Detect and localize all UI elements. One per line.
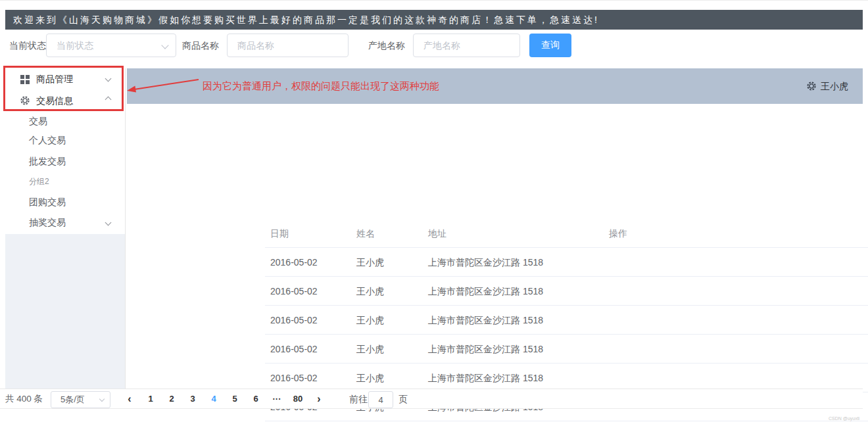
page-size-value: 5条/页	[60, 394, 85, 404]
chevron-down-icon	[161, 41, 168, 49]
sidebar-subitem-lottery-trade[interactable]: 抽奖交易	[5, 212, 125, 233]
origin-name-input[interactable]	[413, 34, 520, 57]
cell-address: 上海市普陀区金沙江路 1518	[428, 421, 543, 424]
total-count: 共 400 条	[5, 389, 43, 409]
cell-address: 上海市普陀区金沙江路 1518	[428, 248, 543, 277]
cell-address: 上海市普陀区金沙江路 1518	[428, 335, 543, 364]
status-label: 当前状态	[9, 34, 46, 57]
sidebar-subitem-label: 交易	[5, 111, 125, 131]
cell-date: 2016-05-02	[270, 335, 318, 364]
col-header-date: 日期	[270, 219, 289, 248]
next-page-button[interactable]: ›	[310, 390, 328, 408]
sidebar-group-label: 分组2	[5, 172, 125, 192]
product-name-input[interactable]	[227, 34, 349, 57]
col-header-actions: 操作	[609, 219, 627, 248]
page-number[interactable]: ···	[268, 390, 286, 408]
page-list: 1 2 3 4 5 6 ··· 80	[140, 390, 308, 408]
cell-date: 2016-05-02	[270, 248, 318, 277]
prev-page-button[interactable]: ‹	[120, 390, 139, 408]
product-name-label: 商品名称	[182, 34, 219, 57]
grid-menu-icon	[20, 74, 30, 85]
cell-date: 2016-05-02	[270, 421, 318, 424]
status-select-placeholder: 当前状态	[57, 34, 156, 57]
page-number[interactable]: 5	[226, 390, 244, 408]
gear-icon	[20, 95, 30, 106]
col-header-name: 姓名	[356, 219, 375, 248]
pager: ‹ 1 2 3 4 5 6 ··· 80	[119, 389, 329, 409]
status-select[interactable]: 当前状态	[46, 34, 176, 57]
page-size-select[interactable]: 5条/页	[51, 391, 110, 408]
page-number[interactable]: 1	[141, 390, 160, 408]
page-number[interactable]: 80	[289, 390, 307, 408]
sidebar-subitem-personal-trade[interactable]: 个人交易	[5, 130, 125, 151]
cell-date: 2016-05-02	[270, 306, 318, 335]
table-row: 2016-05-02 王小虎 上海市普陀区金沙江路 1518	[265, 306, 868, 335]
bottom-divider	[0, 408, 863, 409]
sidebar-item-product-management[interactable]: 商品管理	[5, 68, 125, 90]
col-header-address: 地址	[428, 219, 446, 248]
main-content: 日期 姓名 地址 操作 2016-05-02 王小虎 上海市普陀区金沙江路 15…	[127, 104, 863, 389]
chevron-down-icon	[99, 396, 105, 402]
cell-address: 上海市普陀区金沙江路 1518	[428, 306, 543, 335]
table-row: 2016-05-02 王小虎 上海市普陀区金沙江路 1518	[265, 248, 868, 277]
page-number[interactable]: 3	[183, 390, 202, 408]
cell-name: 王小虎	[356, 277, 384, 306]
cell-name: 王小虎	[356, 335, 384, 364]
page-unit-label: 页	[398, 389, 408, 409]
cell-date: 2016-05-02	[270, 277, 318, 306]
cell-name: 王小虎	[356, 421, 384, 424]
sidebar-subitem-group-buy-trade[interactable]: 团购交易	[5, 192, 125, 212]
sidebar-subitem-trade[interactable]: 交易	[5, 111, 125, 131]
sidebar-subitem-label: 团购交易	[5, 192, 125, 212]
page-number[interactable]: 2	[162, 390, 181, 408]
cell-name: 王小虎	[356, 306, 384, 335]
sidebar-subitem-label: 个人交易	[5, 130, 125, 151]
origin-name-label: 产地名称	[368, 34, 405, 57]
sidebar-item-label: 交易信息	[36, 90, 73, 111]
page-number[interactable]: 4	[205, 390, 223, 408]
goto-label: 前往	[349, 389, 368, 409]
sidebar-item-trade-info[interactable]: 交易信息	[5, 90, 125, 111]
cell-name: 王小虎	[356, 248, 384, 277]
goto-page-input[interactable]	[368, 391, 393, 408]
sidebar-group-title: 分组2	[5, 172, 125, 192]
sidebar-item-label: 商品管理	[36, 68, 73, 90]
username[interactable]: 王小虎	[821, 68, 848, 104]
welcome-banner: 欢迎来到《山海天购物商城》假如你想要购买世界上最好的商品那一定是我们的这款神奇的…	[5, 10, 863, 30]
annotation-text: 因为它为普通用户，权限的问题只能出现了这两种功能	[203, 80, 439, 93]
pagination-bar: 共 400 条 5条/页 ‹ 1 2 3 4 5 6	[0, 389, 863, 408]
table-header-row: 日期 姓名 地址 操作	[265, 219, 868, 248]
watermark: CSDN @uyuxti	[829, 416, 859, 421]
search-button[interactable]: 查询	[529, 34, 571, 57]
chevron-down-icon	[105, 75, 112, 82]
chevron-up-icon	[105, 97, 112, 103]
settings-gear-icon[interactable]	[806, 81, 817, 91]
table-row: 2016-05-02 王小虎 上海市普陀区金沙江路 1518	[265, 421, 868, 424]
page-number[interactable]: 6	[247, 390, 265, 408]
page: 欢迎来到《山海天购物商城》假如你想要购买世界上最好的商品那一定是我们的这款神奇的…	[0, 0, 868, 424]
table-row: 2016-05-02 王小虎 上海市普陀区金沙江路 1518	[265, 335, 868, 364]
sidebar-background	[5, 234, 125, 389]
sidebar-subitem-label: 批发交易	[5, 151, 125, 172]
sidebar-subitem-wholesale-trade[interactable]: 批发交易	[5, 151, 125, 172]
cell-address: 上海市普陀区金沙江路 1518	[428, 277, 543, 306]
sidebar-divider	[125, 68, 126, 389]
table-row: 2016-05-02 王小虎 上海市普陀区金沙江路 1518	[265, 277, 868, 306]
